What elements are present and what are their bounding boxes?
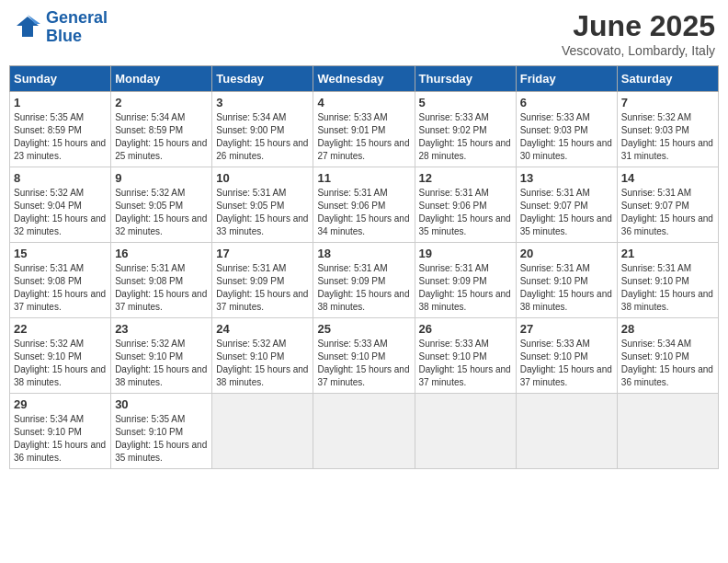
- table-row: 17Sunrise: 5:31 AMSunset: 9:09 PMDayligh…: [212, 243, 313, 318]
- day-number: 2: [115, 96, 208, 109]
- calendar-table: Sunday Monday Tuesday Wednesday Thursday…: [9, 65, 719, 469]
- table-row: [415, 394, 516, 469]
- day-number: 5: [419, 96, 512, 109]
- day-number: 1: [14, 96, 107, 109]
- day-number: 24: [216, 322, 309, 336]
- calendar-header-row: Sunday Monday Tuesday Wednesday Thursday…: [10, 66, 719, 92]
- day-info: Sunrise: 5:32 AMSunset: 9:10 PMDaylight:…: [14, 338, 107, 389]
- table-row: 4Sunrise: 5:33 AMSunset: 9:01 PMDaylight…: [313, 92, 415, 167]
- day-info: Sunrise: 5:31 AMSunset: 9:08 PMDaylight:…: [14, 262, 107, 314]
- table-row: 2Sunrise: 5:34 AMSunset: 8:59 PMDaylight…: [111, 92, 212, 167]
- day-number: 7: [621, 96, 714, 109]
- day-number: 17: [216, 247, 309, 260]
- calendar-week-row: 29Sunrise: 5:34 AMSunset: 9:10 PMDayligh…: [10, 394, 719, 469]
- day-number: 9: [115, 171, 208, 185]
- col-wednesday: Wednesday: [313, 66, 415, 92]
- day-number: 12: [419, 171, 512, 185]
- month-title: June 2025: [562, 9, 715, 43]
- table-row: 18Sunrise: 5:31 AMSunset: 9:09 PMDayligh…: [313, 243, 415, 318]
- col-tuesday: Tuesday: [212, 66, 313, 92]
- table-row: 20Sunrise: 5:31 AMSunset: 9:10 PMDayligh…: [516, 243, 617, 318]
- day-number: 8: [14, 171, 107, 185]
- location-title: Vescovato, Lombardy, Italy: [562, 43, 715, 58]
- calendar-week-row: 1Sunrise: 5:35 AMSunset: 8:59 PMDaylight…: [10, 92, 719, 167]
- day-number: 14: [621, 171, 714, 185]
- col-monday: Monday: [111, 66, 212, 92]
- title-area: June 2025 Vescovato, Lombardy, Italy: [562, 9, 715, 58]
- calendar-week-row: 15Sunrise: 5:31 AMSunset: 9:08 PMDayligh…: [10, 243, 719, 318]
- day-number: 3: [216, 96, 309, 109]
- day-info: Sunrise: 5:32 AMSunset: 9:03 PMDaylight:…: [621, 111, 714, 163]
- calendar-week-row: 22Sunrise: 5:32 AMSunset: 9:10 PMDayligh…: [10, 318, 719, 394]
- day-info: Sunrise: 5:31 AMSunset: 9:06 PMDaylight:…: [419, 187, 512, 238]
- day-info: Sunrise: 5:33 AMSunset: 9:10 PMDaylight:…: [419, 338, 512, 389]
- table-row: 6Sunrise: 5:33 AMSunset: 9:03 PMDaylight…: [516, 92, 617, 167]
- table-row: [617, 394, 718, 469]
- table-row: 8Sunrise: 5:32 AMSunset: 9:04 PMDaylight…: [10, 167, 111, 243]
- day-number: 15: [14, 247, 107, 260]
- table-row: 28Sunrise: 5:34 AMSunset: 9:10 PMDayligh…: [617, 318, 718, 394]
- table-row: 1Sunrise: 5:35 AMSunset: 8:59 PMDaylight…: [10, 92, 111, 167]
- day-number: 10: [216, 171, 309, 185]
- day-info: Sunrise: 5:34 AMSunset: 9:10 PMDaylight:…: [14, 413, 107, 465]
- day-number: 6: [520, 96, 613, 109]
- calendar-week-row: 8Sunrise: 5:32 AMSunset: 9:04 PMDaylight…: [10, 167, 719, 243]
- col-saturday: Saturday: [617, 66, 718, 92]
- page-header: General Blue June 2025 Vescovato, Lombar…: [9, 9, 719, 58]
- day-info: Sunrise: 5:31 AMSunset: 9:09 PMDaylight:…: [216, 262, 309, 314]
- svg-marker-0: [17, 17, 39, 37]
- day-info: Sunrise: 5:32 AMSunset: 9:04 PMDaylight:…: [14, 187, 107, 238]
- table-row: 19Sunrise: 5:31 AMSunset: 9:09 PMDayligh…: [415, 243, 516, 318]
- day-info: Sunrise: 5:31 AMSunset: 9:06 PMDaylight:…: [317, 187, 410, 238]
- table-row: 13Sunrise: 5:31 AMSunset: 9:07 PMDayligh…: [516, 167, 617, 243]
- day-number: 20: [520, 247, 613, 260]
- table-row: [313, 394, 415, 469]
- table-row: 23Sunrise: 5:32 AMSunset: 9:10 PMDayligh…: [111, 318, 212, 394]
- table-row: 15Sunrise: 5:31 AMSunset: 9:08 PMDayligh…: [10, 243, 111, 318]
- day-info: Sunrise: 5:33 AMSunset: 9:10 PMDaylight:…: [520, 338, 613, 389]
- col-sunday: Sunday: [10, 66, 111, 92]
- table-row: 12Sunrise: 5:31 AMSunset: 9:06 PMDayligh…: [415, 167, 516, 243]
- day-info: Sunrise: 5:35 AMSunset: 8:59 PMDaylight:…: [14, 111, 107, 163]
- col-thursday: Thursday: [415, 66, 516, 92]
- table-row: [212, 394, 313, 469]
- table-row: 9Sunrise: 5:32 AMSunset: 9:05 PMDaylight…: [111, 167, 212, 243]
- table-row: 16Sunrise: 5:31 AMSunset: 9:08 PMDayligh…: [111, 243, 212, 318]
- table-row: 10Sunrise: 5:31 AMSunset: 9:05 PMDayligh…: [212, 167, 313, 243]
- day-number: 4: [317, 96, 410, 109]
- day-info: Sunrise: 5:34 AMSunset: 9:10 PMDaylight:…: [621, 338, 714, 389]
- day-info: Sunrise: 5:33 AMSunset: 9:10 PMDaylight:…: [317, 338, 410, 389]
- day-info: Sunrise: 5:32 AMSunset: 9:10 PMDaylight:…: [115, 338, 208, 389]
- logo: General Blue: [13, 9, 108, 46]
- day-info: Sunrise: 5:33 AMSunset: 9:03 PMDaylight:…: [520, 111, 613, 163]
- day-number: 26: [419, 322, 512, 336]
- day-info: Sunrise: 5:31 AMSunset: 9:09 PMDaylight:…: [419, 262, 512, 314]
- logo-icon: [13, 13, 42, 42]
- day-info: Sunrise: 5:31 AMSunset: 9:08 PMDaylight:…: [115, 262, 208, 314]
- day-info: Sunrise: 5:31 AMSunset: 9:05 PMDaylight:…: [216, 187, 309, 238]
- table-row: 26Sunrise: 5:33 AMSunset: 9:10 PMDayligh…: [415, 318, 516, 394]
- table-row: 30Sunrise: 5:35 AMSunset: 9:10 PMDayligh…: [111, 394, 212, 469]
- table-row: 24Sunrise: 5:32 AMSunset: 9:10 PMDayligh…: [212, 318, 313, 394]
- day-number: 11: [317, 171, 410, 185]
- table-row: 22Sunrise: 5:32 AMSunset: 9:10 PMDayligh…: [10, 318, 111, 394]
- day-number: 28: [621, 322, 714, 336]
- day-info: Sunrise: 5:34 AMSunset: 9:00 PMDaylight:…: [216, 111, 309, 163]
- table-row: 21Sunrise: 5:31 AMSunset: 9:10 PMDayligh…: [617, 243, 718, 318]
- day-number: 22: [14, 322, 107, 336]
- day-info: Sunrise: 5:31 AMSunset: 9:10 PMDaylight:…: [520, 262, 613, 314]
- day-info: Sunrise: 5:31 AMSunset: 9:10 PMDaylight:…: [621, 262, 714, 314]
- day-info: Sunrise: 5:31 AMSunset: 9:09 PMDaylight:…: [317, 262, 410, 314]
- day-number: 29: [14, 397, 107, 411]
- day-number: 27: [520, 322, 613, 336]
- day-number: 23: [115, 322, 208, 336]
- table-row: 5Sunrise: 5:33 AMSunset: 9:02 PMDaylight…: [415, 92, 516, 167]
- day-info: Sunrise: 5:33 AMSunset: 9:01 PMDaylight:…: [317, 111, 410, 163]
- day-info: Sunrise: 5:31 AMSunset: 9:07 PMDaylight:…: [621, 187, 714, 238]
- day-number: 13: [520, 171, 613, 185]
- day-number: 16: [115, 247, 208, 260]
- day-info: Sunrise: 5:35 AMSunset: 9:10 PMDaylight:…: [115, 413, 208, 465]
- day-info: Sunrise: 5:33 AMSunset: 9:02 PMDaylight:…: [419, 111, 512, 163]
- day-number: 19: [419, 247, 512, 260]
- table-row: 7Sunrise: 5:32 AMSunset: 9:03 PMDaylight…: [617, 92, 718, 167]
